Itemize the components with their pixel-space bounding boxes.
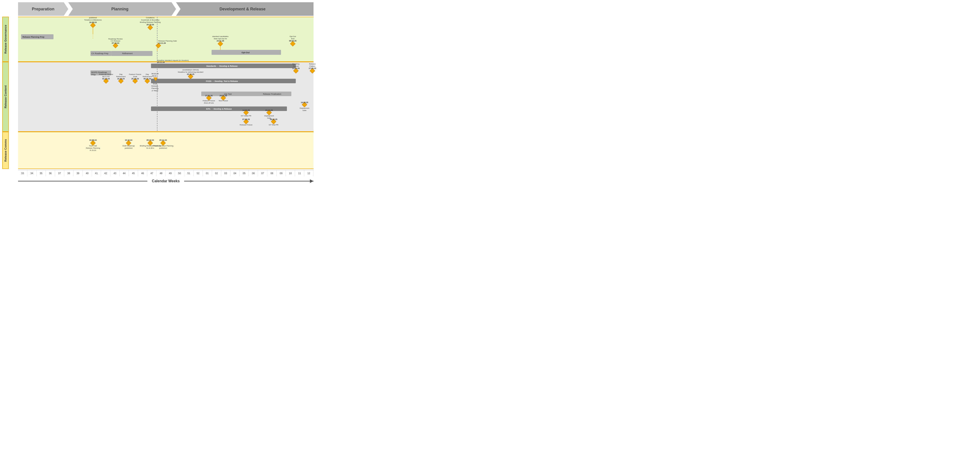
- week-num-03: 03: [221, 170, 231, 176]
- cal-weeks-bar: Calendar Weeks: [18, 177, 313, 185]
- week-num-07: 07: [258, 170, 267, 176]
- main-grid: Release Governance Release Content Relea…: [2, 17, 313, 169]
- row-bg-content: [18, 62, 313, 132]
- week-num-10: 10: [286, 170, 295, 176]
- week-num-38: 38: [64, 170, 73, 176]
- week-num-12: 12: [304, 170, 313, 176]
- week-num-06: 06: [249, 170, 258, 176]
- phase-planning-label: Planning: [111, 7, 129, 11]
- week-num-04: 04: [231, 170, 240, 176]
- week-numbers-container: 3334353637383940414243444546474849505152…: [18, 170, 313, 176]
- week-num-11: 11: [295, 170, 304, 176]
- week-num-05: 05: [240, 170, 249, 176]
- week-num-42: 42: [101, 170, 110, 176]
- week-num-51: 51: [184, 170, 194, 176]
- week-num-34: 34: [27, 170, 37, 176]
- phase-prep-label: Preparation: [32, 7, 54, 11]
- timeline-area: Release Planning Prep CX Roadmap Prep Re…: [18, 17, 313, 169]
- week-num-40: 40: [83, 170, 92, 176]
- week-num-39: 39: [73, 170, 83, 176]
- week-num-47: 47: [147, 170, 156, 176]
- week-num-41: 41: [92, 170, 101, 176]
- phase-dev: Development & Release: [172, 2, 313, 16]
- week-num-45: 45: [129, 170, 138, 176]
- outer-container: Preparation Planning Development & Relea…: [0, 0, 316, 188]
- week-num-46: 46: [138, 170, 147, 176]
- week-num-49: 49: [166, 170, 175, 176]
- week-num-36: 36: [46, 170, 55, 176]
- week-num-02: 02: [212, 170, 221, 176]
- week-num-44: 44: [119, 170, 129, 176]
- phase-header: Preparation Planning Development & Relea…: [18, 2, 313, 16]
- label-content: Release Content: [2, 62, 9, 132]
- row-bg-governance: [18, 17, 313, 62]
- week-num-43: 43: [110, 170, 119, 176]
- phase-dev-label: Development & Release: [220, 7, 266, 11]
- week-num-08: 08: [267, 170, 277, 176]
- label-governance: Release Governance: [2, 17, 9, 62]
- cal-weeks-arrow: [310, 180, 313, 183]
- cal-weeks-label: Calendar Weeks: [147, 179, 184, 184]
- week-num-50: 50: [175, 170, 184, 176]
- week-num-01: 01: [203, 170, 212, 176]
- week-num-09: 09: [277, 170, 286, 176]
- label-comms: Release Comms: [2, 132, 9, 169]
- week-num-52: 52: [194, 170, 203, 176]
- cal-weeks-container: Calendar Weeks: [18, 177, 313, 185]
- phase-preparation: Preparation: [18, 2, 68, 16]
- row-bg-comms: [18, 132, 313, 169]
- week-num-33: 33: [18, 170, 27, 176]
- week-num-37: 37: [55, 170, 64, 176]
- row-labels: Release Governance Release Content Relea…: [2, 17, 18, 169]
- phase-planning: Planning: [64, 2, 176, 16]
- week-numbers-row: 3334353637383940414243444546474849505152…: [18, 170, 313, 176]
- week-num-48: 48: [156, 170, 166, 176]
- week-num-35: 35: [37, 170, 46, 176]
